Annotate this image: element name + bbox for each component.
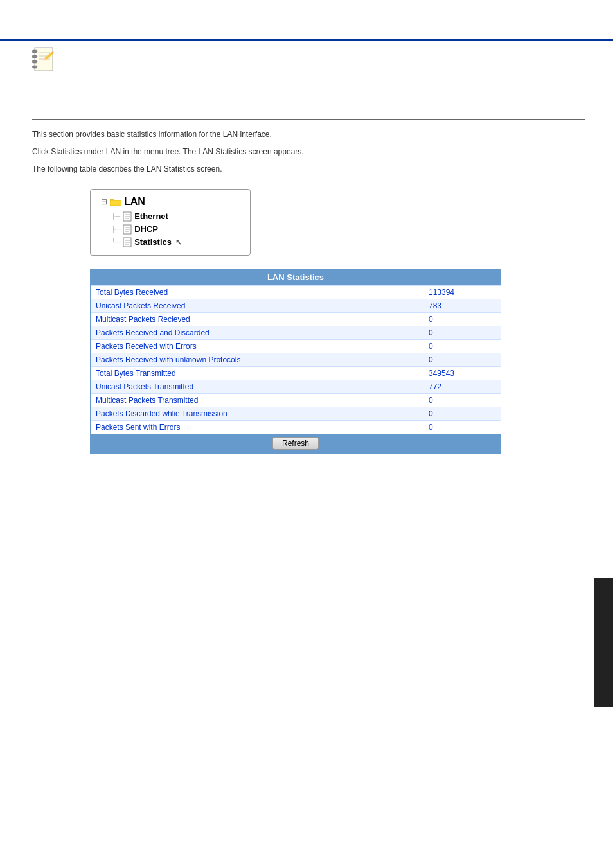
stats-label: Packets Received with Errors (91, 340, 423, 353)
stats-value: 772 (423, 380, 501, 393)
stats-value: 349543 (423, 367, 501, 380)
stats-label: Multicast Packets Recieved (91, 313, 423, 326)
page-wrapper: This section provides basic statistics i… (0, 0, 613, 868)
table-row: Packets Received with unknown Protocols0 (91, 353, 501, 366)
stats-value: 0 (423, 394, 501, 407)
svg-rect-1 (32, 50, 37, 53)
stats-label: Unicast Packets Transmitted (91, 380, 423, 393)
tree-children: ├─ Ethernet ├─ (116, 210, 240, 249)
right-panel (594, 578, 613, 707)
svg-rect-2 (32, 55, 37, 58)
stats-label: Multicast Packets Transmitted (91, 394, 423, 407)
icon-area (32, 46, 57, 73)
table-footer: Refresh (91, 434, 501, 453)
page-icon-dhcp (123, 224, 132, 235)
table-row: Packets Discarded whlie Transmission0 (91, 407, 501, 420)
tree-item-dhcp-label[interactable]: DHCP (134, 224, 158, 234)
stats-value: 0 (423, 421, 501, 434)
tree-line-icon: ├─ (111, 213, 120, 220)
table-row: Packets Received with Errors0 (91, 339, 501, 353)
top-divider (0, 39, 613, 41)
table-header: LAN Statistics (91, 269, 501, 285)
tree-item-ethernet-label[interactable]: Ethernet (134, 211, 168, 221)
tree-line-icon2: ├─ (111, 226, 120, 233)
tree-nav-box: ⊟ LAN ├─ Ethernet (90, 189, 251, 256)
stats-label: Packets Received and Discarded (91, 326, 423, 339)
tree-item-ethernet[interactable]: ├─ Ethernet (116, 210, 240, 223)
table-row: Packets Received and Discarded0 (91, 326, 501, 339)
stats-label: Total Bytes Transmitted (91, 367, 423, 380)
table-row: Multicast Packets Recieved0 (91, 312, 501, 326)
table-row: Unicast Packets Received783 (91, 299, 501, 312)
tree-root-label: LAN (124, 196, 145, 208)
stats-value: 783 (423, 299, 501, 312)
stats-label: Unicast Packets Received (91, 299, 423, 312)
body-text-3: The following table describes the LAN St… (32, 163, 585, 175)
bottom-divider (32, 829, 585, 829)
stats-label: Packets Received with unknown Protocols (91, 353, 423, 366)
stats-value: 0 (423, 407, 501, 420)
table-row: Unicast Packets Transmitted772 (91, 380, 501, 393)
stats-value: 0 (423, 340, 501, 353)
stats-value: 0 (423, 326, 501, 339)
stats-rows-container: Total Bytes Received113394Unicast Packet… (91, 285, 501, 434)
table-row: Total Bytes Transmitted349543 (91, 366, 501, 380)
content-area: This section provides basic statistics i… (32, 128, 585, 466)
stats-value: 113394 (423, 286, 501, 299)
body-text-2: Click Statistics under LAN in the menu t… (32, 146, 585, 158)
tree-expand-icon[interactable]: ⊟ (101, 197, 107, 206)
body-text-1: This section provides basic statistics i… (32, 128, 585, 141)
stats-label: Packets Sent with Errors (91, 421, 423, 434)
tree-root: ⊟ LAN (101, 196, 240, 208)
page-icon-ethernet (123, 211, 132, 222)
stats-label: Total Bytes Received (91, 286, 423, 299)
tree-item-statistics-label[interactable]: Statistics (134, 237, 172, 247)
section-divider (32, 119, 585, 120)
tree-line-icon3: └─ (111, 238, 120, 245)
tree-item-statistics[interactable]: └─ Statistics ↖ (116, 236, 240, 249)
cursor-icon: ↖ (175, 238, 182, 247)
stats-value: 0 (423, 353, 501, 366)
table-row: Packets Sent with Errors0 (91, 420, 501, 434)
stats-value: 0 (423, 313, 501, 326)
lan-statistics-table: LAN Statistics Total Bytes Received11339… (90, 269, 501, 454)
svg-rect-3 (32, 60, 37, 63)
refresh-button[interactable]: Refresh (272, 437, 319, 450)
table-row: Multicast Packets Transmitted0 (91, 393, 501, 407)
tree-item-dhcp[interactable]: ├─ DHCP (116, 223, 240, 236)
table-row: Total Bytes Received113394 (91, 285, 501, 299)
notebook-icon (32, 46, 57, 73)
stats-label: Packets Discarded whlie Transmission (91, 407, 423, 420)
page-icon-statistics (123, 237, 132, 247)
svg-rect-4 (32, 66, 37, 68)
folder-icon (110, 197, 121, 206)
